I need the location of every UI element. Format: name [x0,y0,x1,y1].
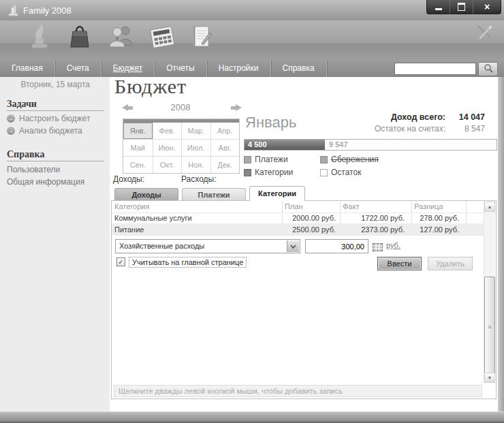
summary-block: Доход всего: 14 047 Остаток на счетах: 8… [293,112,485,135]
categories-swatch-icon [244,169,251,176]
month-cell-feb[interactable]: Фев. [153,123,182,139]
window-right-frame [498,77,504,412]
table-row[interactable]: Коммунальные услуги 2000.00 руб. 1722.00… [112,213,484,224]
vertical-scrollbar[interactable]: ▲ ≡ ▼ [484,202,495,383]
calculator-icon[interactable] [148,22,177,54]
currency-link[interactable]: руб. [386,241,400,249]
legend-savings[interactable]: Сбережения [320,155,379,163]
expenses-group-label: Расходы: [181,174,217,184]
income-total-label: Доход всего: [391,112,445,123]
next-year-icon[interactable] [230,104,242,112]
legend-categories[interactable]: Категории [244,168,293,176]
window-controls: × [426,0,501,14]
category-combobox[interactable]: Хозяйственные расходы [115,239,300,253]
shopping-bag-icon[interactable] [68,22,91,54]
rest-swatch-icon [320,169,328,176]
sidebar-item-users[interactable]: Пользователи [7,165,60,174]
table-header: Категория План Факт Разница [112,201,496,213]
menu-item-scheta[interactable]: Счета [55,60,101,77]
scroll-grip-icon: ≡ [488,324,491,330]
main-page-checkbox[interactable]: ✓ [116,257,125,266]
window-title: Family 2008 [23,5,72,16]
month-cell-mar[interactable]: Мар. [181,123,210,139]
calculator-small-icon[interactable] [373,242,383,254]
month-cell-sep[interactable]: Сен. [123,156,153,173]
minimize-icon [435,8,442,10]
sidebar-item-analyze-budget[interactable]: → Анализ бюджета [7,126,82,136]
scrollbar-thumb[interactable]: ≡ [484,277,495,377]
accounts-balance-value: 8 547 [445,123,485,135]
categories-panel: Категория План Факт Разница Коммунальные… [111,200,497,399]
year-label: 2008 [123,102,238,112]
month-grid: Янв. Фев. Мар. Апр. Май Июн. Июл. Авг. С… [123,119,240,174]
tab-kategorii[interactable]: Категории [249,186,305,201]
month-cell-aug[interactable]: Авг. [210,139,240,156]
month-cell-jan[interactable]: Янв. [123,123,153,139]
header-plan: План [285,202,303,210]
checkmark-icon: ✓ [118,258,123,266]
main-page-checkbox-label[interactable]: Учитывать на главной странице [129,257,247,268]
arrow-bullet-icon: → [7,127,15,135]
month-cell-apr[interactable]: Апр. [210,123,240,139]
users-icon[interactable] [108,22,134,54]
sidebar: Вторник, 15 марта Задачи → Настроить бюд… [0,77,110,412]
cell-diff: 127.00 руб. [411,225,459,234]
cell-diff: 278.00 руб. [411,214,459,222]
scroll-up-icon[interactable]: ▲ [484,202,495,212]
scroll-down-icon[interactable]: ▼ [484,373,495,383]
month-cell-jul[interactable]: Июл. [181,139,210,156]
savings-swatch-icon [320,156,328,163]
money-statue-icon[interactable] [27,22,51,54]
cell-category: Коммунальные услуги [114,214,192,222]
cell-plan: 2500.00 руб. [282,225,336,234]
legend-rest[interactable]: Остаток [320,168,361,176]
search-icon [484,63,493,75]
maximize-button[interactable] [450,0,473,14]
maximize-icon [458,3,465,11]
budget-progress-bar: 4 500 9 547 [244,139,497,151]
month-cell-nov[interactable]: Ноя. [181,156,210,173]
cell-fact: 1722.00 руб. [340,214,405,222]
cell-fact: 2373.00 руб. [340,225,405,234]
title-bar: Family 2008 × [0,0,504,20]
progress-spent-segment: 4 500 [245,140,325,150]
amount-input[interactable] [305,239,368,253]
legend-payments[interactable]: Платежи [244,155,288,163]
search-input[interactable] [394,63,476,75]
minimize-button[interactable] [427,0,450,14]
sidebar-item-general-info[interactable]: Общая информация [7,177,84,187]
category-combobox-value: Хозяйственные расходы [119,242,204,250]
sidebar-item-setup-budget[interactable]: → Настроить бюджет [7,114,90,123]
search-button[interactable] [478,62,498,76]
tools-icon [475,23,494,45]
income-total-value: 14 047 [445,112,485,123]
payments-swatch-icon [244,156,251,163]
hint-bar: Щелкните дважды левой кнопкой мыши, чтоб… [114,385,482,397]
current-date: Вторник, 15 марта [5,80,90,89]
divider [7,161,104,161]
month-cell-oct[interactable]: Окт. [153,156,182,173]
page-title: Бюджет [114,75,187,98]
tasks-section-title: Задачи [7,99,37,110]
menu-item-spravka[interactable]: Справка [271,60,327,77]
window-bottom-frame [0,411,504,423]
close-button[interactable]: × [473,0,501,14]
header-fact: Факт [343,202,359,210]
table-row[interactable]: Питание 2500.00 руб. 2373.00 руб. 127.00… [112,224,484,236]
incomes-group-label: Доходы: [113,174,144,184]
delete-button[interactable]: Удалить [428,257,473,270]
help-section-title: Справка [7,149,44,160]
month-cell-may[interactable]: Май [123,139,153,156]
tab-dohody[interactable]: Доходы [114,188,178,200]
header-category: Категория [114,202,149,210]
dropdown-arrow-icon[interactable] [287,240,299,252]
tab-platezhi[interactable]: Платежи [182,188,246,200]
notebook-icon[interactable] [189,22,215,54]
month-cell-dec[interactable]: Дек. [210,156,240,173]
cell-category: Питание [114,225,144,234]
menu-item-glavnaya[interactable]: Главная [0,60,55,77]
month-cell-jun[interactable]: Июн. [153,139,182,156]
menu-item-nastroyki[interactable]: Настройки [207,60,271,77]
app-logo-icon [5,3,20,20]
enter-button[interactable]: Ввести [377,257,422,270]
